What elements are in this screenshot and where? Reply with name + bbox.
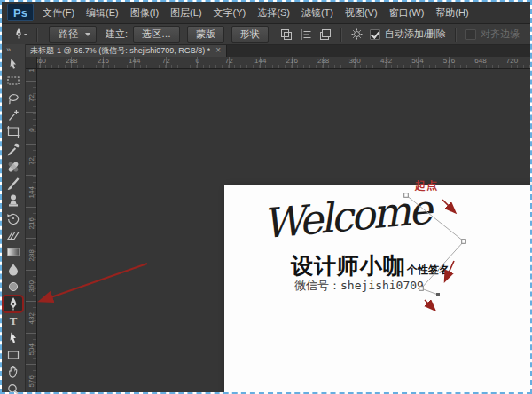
clone-stamp-tool[interactable] <box>9 195 18 207</box>
ruler-label: 288 <box>66 57 77 65</box>
ruler-label: 288 <box>317 57 329 65</box>
canvas-brand-text: 设计师小咖个性签名 <box>291 251 450 280</box>
ruler-label: 504 <box>411 57 423 65</box>
photoshop-window: Ps 文件(F)编辑(E)图像(I)图层(L)文字(Y)选择(S)滤镜(T)视图… <box>0 0 532 394</box>
ruler-label: 72 <box>27 93 35 104</box>
path-selection-tool[interactable] <box>11 333 17 343</box>
checkbox-checked-icon <box>370 29 380 40</box>
ruler-label: 72 <box>162 57 170 65</box>
tab-bar: 未标题-1 @ 66.7% (微信号: shejishi0709, RGB/8)… <box>25 44 530 57</box>
ruler-label: 144 <box>27 187 35 198</box>
lasso-tool[interactable] <box>9 95 18 105</box>
horizontal-ruler: 3602882161447207214421628836043250457664… <box>25 57 530 69</box>
move-tool[interactable] <box>11 59 17 69</box>
crop-tool[interactable] <box>7 126 20 138</box>
ruler-label: 216 <box>27 219 35 230</box>
tools-panel: » <box>2 44 26 392</box>
dodge-tool[interactable] <box>9 282 17 290</box>
gradient-tool[interactable] <box>8 248 20 256</box>
ruler-label: 0 <box>196 57 200 65</box>
quick-selection-tool[interactable] <box>10 110 19 121</box>
path-alignment-icon[interactable] <box>299 28 313 42</box>
eyedropper-tool[interactable] <box>8 144 20 156</box>
brand-main: 设计师小咖 <box>291 253 406 278</box>
menu-layer[interactable]: 图层(L) <box>170 6 201 20</box>
menu-view[interactable]: 视图(V) <box>345 6 378 20</box>
ruler-corner <box>25 57 37 69</box>
menu-items: 文件(F)编辑(E)图像(I)图层(L)文字(Y)选择(S)滤镜(T)视图(V)… <box>43 6 481 20</box>
options-bar: 路径 建立: 选区… 蒙版 形状 <box>2 24 530 45</box>
ruler-label: 72 <box>225 57 233 65</box>
brush-tool[interactable] <box>8 178 19 190</box>
zoom-tool[interactable] <box>9 385 18 394</box>
menu-window[interactable]: 窗口(W) <box>389 6 425 20</box>
ruler-label: 576 <box>27 376 35 387</box>
ruler-label: 144 <box>129 57 140 65</box>
ruler-label: 360 <box>348 57 360 65</box>
document-title: 未标题-1 @ 66.7% (微信号: shejishi0709, RGB/8)… <box>30 45 210 57</box>
ruler-label: 0 <box>27 124 35 135</box>
ruler-label: 432 <box>380 57 392 65</box>
align-edges-checkbox: 对齐边缘 <box>466 28 520 41</box>
chevron-down-icon <box>85 33 90 36</box>
rectangle-tool[interactable] <box>9 351 19 359</box>
menu-help[interactable]: 帮助(H) <box>435 6 468 20</box>
brand-suffix: 个性签名 <box>407 264 450 276</box>
menu-image[interactable]: 图像(I) <box>130 6 159 20</box>
menu-select[interactable]: 选择(S) <box>257 6 290 20</box>
separator <box>36 28 38 42</box>
menu-file[interactable]: 文件(F) <box>43 6 74 20</box>
make-shape-button[interactable]: 形状 <box>231 26 269 43</box>
ruler-label: 144 <box>254 57 266 65</box>
menu-bar: Ps 文件(F)编辑(E)图像(I)图层(L)文字(Y)选择(S)滤镜(T)视图… <box>2 2 530 24</box>
align-edges-label: 对齐边缘 <box>481 28 520 41</box>
auto-add-delete-label: 自动添加/删除 <box>385 28 446 41</box>
menu-edit[interactable]: 编辑(E) <box>86 6 119 20</box>
canvas-wechat-text: 微信号：shejishi0709 <box>294 278 424 294</box>
separator <box>455 28 457 42</box>
close-icon[interactable]: × <box>215 46 221 55</box>
document-tab[interactable]: 未标题-1 @ 66.7% (微信号: shejishi0709, RGB/8)… <box>25 44 227 57</box>
spot-healing-brush-tool[interactable] <box>7 161 19 172</box>
path-operations-icon[interactable] <box>279 28 293 42</box>
ruler-label: 648 <box>474 57 486 65</box>
ruler-label: 720 <box>506 57 518 65</box>
blur-tool[interactable] <box>9 264 18 276</box>
app-chrome: Ps 文件(F)编辑(E)图像(I)图层(L)文字(Y)选择(S)滤镜(T)视图… <box>2 2 530 392</box>
checkbox-disabled-icon <box>466 29 476 40</box>
separator <box>340 28 342 42</box>
horizontal-type-tool[interactable]: T <box>10 314 18 327</box>
panel-collapse-icon[interactable]: » <box>6 45 10 54</box>
gear-icon[interactable] <box>350 28 364 41</box>
pen-tool[interactable] <box>4 296 23 312</box>
svg-text:T: T <box>10 314 18 327</box>
ruler-label: 216 <box>286 57 297 65</box>
hand-tool[interactable] <box>10 366 17 377</box>
photoshop-logo: Ps <box>7 4 34 21</box>
menu-filter[interactable]: 滤镜(T) <box>301 6 333 20</box>
ruler-label: 504 <box>27 345 35 356</box>
ruler-label: 216 <box>98 57 109 65</box>
history-brush-tool[interactable] <box>7 214 18 224</box>
ruler-label: 432 <box>27 313 35 324</box>
ruler-label: 72 <box>27 156 35 167</box>
tool-mode-select[interactable]: 路径 <box>49 26 97 43</box>
pen-preset-icon[interactable] <box>12 28 28 42</box>
make-selection-button[interactable]: 选区… <box>133 26 180 43</box>
tool-mode-value: 路径 <box>59 28 78 41</box>
make-label: 建立: <box>106 28 128 41</box>
auto-add-delete-checkbox[interactable]: 自动添加/删除 <box>370 28 446 41</box>
vertical-ruler: 14472072144216288360432504576 <box>25 68 37 392</box>
eraser-tool[interactable] <box>8 232 19 240</box>
ruler-label: 576 <box>443 57 455 65</box>
make-mask-button[interactable]: 蒙版 <box>187 26 224 43</box>
start-point-label: 起点 <box>415 178 438 193</box>
menu-type[interactable]: 文字(Y) <box>214 6 246 20</box>
path-arrangement-icon[interactable] <box>318 28 332 42</box>
ruler-label: 360 <box>27 282 35 293</box>
rectangular-marquee-tool[interactable] <box>8 77 19 84</box>
ruler-label: 288 <box>27 250 35 261</box>
